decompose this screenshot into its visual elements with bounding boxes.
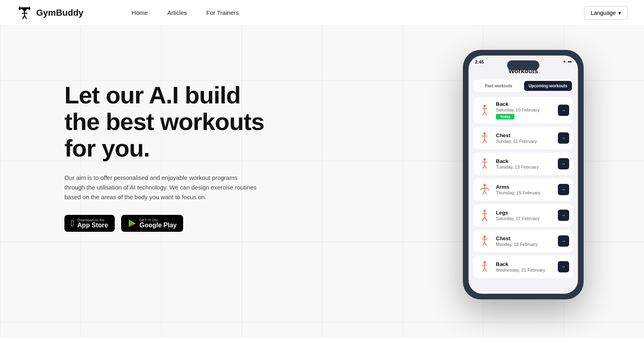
nav-articles[interactable]: Articles	[167, 9, 187, 16]
workout-info: Chest Sunday, 11 February	[496, 132, 554, 144]
brand-name: GymBuddy	[36, 8, 83, 18]
app-store-button[interactable]:  Download on the App Store	[64, 215, 115, 232]
workout-name: Back	[496, 101, 554, 107]
phone-mockup-container: 2:45 ▲ ▬ Workouts Past workouts Upcoming…	[402, 26, 644, 338]
workout-figure-icon	[477, 182, 492, 197]
svg-line-40	[483, 243, 485, 246]
svg-line-24	[485, 165, 487, 169]
apple-icon: 	[71, 218, 74, 229]
workout-item: Chest Sunday, 11 February →	[473, 127, 573, 149]
phone-screen: 2:45 ▲ ▬ Workouts Past workouts Upcoming…	[469, 56, 578, 294]
workout-list: Back Saturday, 10 February Today → Chest	[469, 97, 578, 281]
svg-line-4	[25, 16, 27, 19]
workout-info: Back Saturday, 10 February Today	[496, 101, 554, 120]
today-badge: Today	[496, 114, 514, 120]
workout-figure-icon	[477, 260, 492, 274]
workout-item: Back Tuesday, 13 February →	[473, 153, 573, 175]
workout-arrow-button[interactable]: →	[558, 235, 569, 247]
google-play-icon	[128, 219, 136, 228]
main-content: Let our A.I build the best workouts for …	[0, 0, 644, 338]
phone-notch	[507, 60, 539, 70]
store-buttons:  Download on the App Store GET IT ON Go…	[64, 215, 370, 232]
svg-line-46	[485, 268, 487, 272]
svg-line-45	[483, 268, 485, 272]
nav-home[interactable]: Home	[132, 9, 148, 16]
language-button[interactable]: Language ▾	[584, 6, 628, 20]
workout-figure-icon	[477, 103, 492, 117]
svg-line-18	[483, 140, 485, 143]
workout-figure-icon	[477, 157, 492, 171]
workout-figure-icon	[477, 131, 492, 145]
workout-name: Chest	[496, 235, 554, 241]
workout-item: Arms Thursday, 15 February →	[473, 178, 573, 201]
workout-name: Chest	[496, 132, 554, 138]
workout-item: Legs Saturday, 17 February →	[473, 204, 573, 227]
svg-point-10	[483, 105, 486, 107]
svg-line-35	[482, 217, 485, 221]
nav-right: Language ▾	[584, 6, 628, 20]
svg-point-42	[483, 261, 486, 264]
phone-tabs: Past workouts Upcoming workouts	[473, 80, 573, 92]
svg-line-41	[485, 243, 487, 246]
svg-line-3	[23, 16, 25, 19]
svg-line-19	[485, 140, 487, 143]
workout-date: Saturday, 10 February	[496, 107, 554, 112]
workout-arrow-button[interactable]: →	[558, 105, 569, 116]
svg-line-29	[488, 188, 489, 190]
workout-item: Back Wednesday, 21 February →	[473, 256, 573, 278]
svg-line-36	[485, 217, 487, 221]
battery-icon: ▬	[568, 59, 572, 63]
workout-name: Arms	[496, 184, 554, 190]
workout-date: Wednesday, 21 February	[496, 268, 554, 272]
svg-point-25	[483, 184, 486, 186]
workout-name: Back	[496, 261, 554, 267]
nav-for-trainers[interactable]: For Trainers	[206, 9, 239, 16]
hero-section: Let our A.I build the best workouts for …	[0, 26, 402, 338]
workout-arrow-button[interactable]: →	[558, 132, 569, 144]
tab-upcoming-workouts[interactable]: Upcoming workouts	[524, 81, 572, 91]
workout-date: Sunday, 11 February	[496, 139, 554, 144]
phone-time: 2:45	[475, 58, 484, 64]
tab-past-workouts[interactable]: Past workouts	[475, 81, 523, 91]
svg-point-32	[483, 210, 486, 212]
workout-info: Back Wednesday, 21 February	[496, 261, 554, 272]
workout-name: Legs	[496, 210, 554, 216]
workout-info: Legs Saturday, 17 February	[496, 210, 554, 221]
svg-point-37	[483, 235, 486, 238]
phone-status-icons: ▲ ▬	[563, 59, 572, 63]
workout-date: Monday, 19 February	[496, 242, 554, 247]
svg-point-20	[483, 158, 486, 161]
workout-info: Arms Thursday, 15 February	[496, 184, 554, 195]
svg-rect-7	[19, 6, 21, 10]
workout-info: Back Tuesday, 13 February	[496, 158, 554, 169]
svg-line-13	[483, 112, 485, 115]
svg-rect-9	[21, 7, 29, 9]
phone-mockup: 2:45 ▲ ▬ Workouts Past workouts Upcoming…	[463, 50, 584, 299]
workout-arrow-button[interactable]: →	[558, 184, 569, 195]
svg-rect-8	[29, 6, 30, 10]
workout-figure-icon	[477, 208, 492, 223]
google-play-button[interactable]: GET IT ON Google Play	[121, 215, 183, 232]
workout-date: Saturday, 17 February	[496, 216, 554, 221]
workout-name: Back	[496, 158, 554, 164]
workout-item: Back Saturday, 10 February Today →	[473, 97, 573, 124]
navbar: GymBuddy Home Articles For Trainers Lang…	[0, 0, 644, 26]
svg-line-31	[485, 191, 487, 194]
svg-line-23	[483, 165, 485, 169]
brand-logo[interactable]: GymBuddy	[16, 4, 83, 21]
chevron-down-icon: ▾	[618, 10, 621, 16]
svg-line-14	[485, 112, 487, 115]
svg-line-30	[483, 191, 485, 194]
workout-figure-icon	[477, 234, 492, 248]
svg-point-15	[483, 132, 486, 135]
hero-subtext: Our aim is to offer personalised and enj…	[64, 173, 258, 202]
wifi-icon: ▲	[563, 59, 566, 63]
workout-info: Chest Monday, 19 February	[496, 235, 554, 247]
workout-arrow-button[interactable]: →	[558, 210, 569, 221]
workout-arrow-button[interactable]: →	[558, 261, 569, 272]
workout-item: Chest Monday, 19 February →	[473, 230, 573, 252]
workout-date: Thursday, 15 February	[496, 190, 554, 195]
svg-line-28	[481, 188, 481, 190]
workout-arrow-button[interactable]: →	[558, 158, 569, 169]
workout-date: Tuesday, 13 February	[496, 165, 554, 169]
